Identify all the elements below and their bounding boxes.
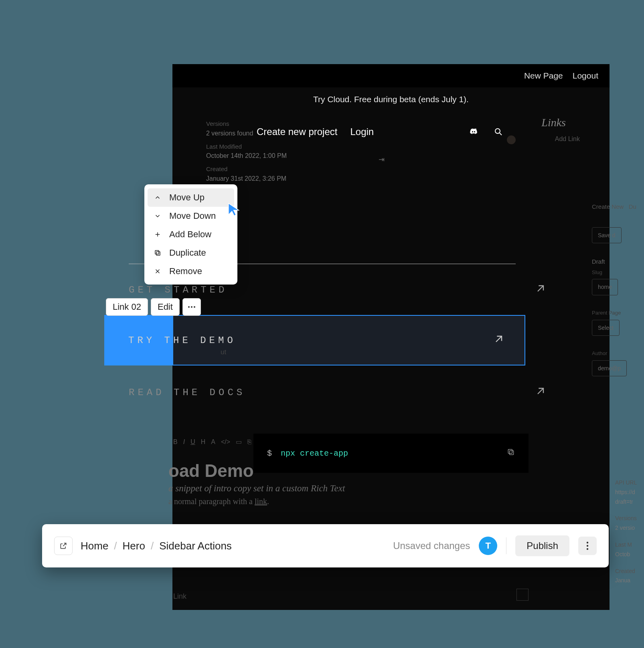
copy-icon (153, 249, 162, 256)
slug-label: Slug (592, 268, 641, 278)
author-value[interactable]: demo@p (592, 360, 627, 377)
more-menu-button[interactable] (578, 537, 597, 555)
terminal-prompt: $ (267, 449, 272, 458)
svg-line-2 (538, 286, 543, 291)
svg-rect-15 (508, 449, 512, 453)
breadcrumb-item[interactable]: Home (81, 540, 108, 552)
menu-label: Remove (169, 266, 202, 277)
menu-label: Move Up (169, 192, 205, 203)
svg-point-19 (587, 548, 588, 550)
bold-icon[interactable]: B (173, 438, 178, 446)
heading-icon[interactable]: H (201, 438, 206, 446)
arrow-icon (535, 386, 546, 400)
breadcrumb: Home / Hero / Sidebar Actions (81, 540, 232, 552)
exit-icon[interactable]: ⇥ (379, 155, 385, 164)
rich-text-toolbar: B I U H A </> ▭ ⎘ (173, 438, 251, 446)
code-icon[interactable]: </> (221, 438, 230, 446)
created-label: Created (206, 165, 601, 174)
right-sidebar: Create New Du Save d Draft Slug home Par… (592, 201, 644, 389)
link-label: READ THE DOCS (129, 387, 245, 398)
svg-point-17 (587, 542, 588, 543)
links-heading: Links (541, 116, 566, 129)
save-status: Unsaved changes (393, 540, 470, 551)
new-page-link[interactable]: New Page (524, 71, 563, 81)
last-modified-value: October 14th 2022, 1:00 PM (206, 151, 601, 161)
element-name-chip[interactable]: Link 02 (106, 298, 148, 316)
element-chips: Link 02 Edit (106, 298, 201, 316)
link-row-read-docs[interactable]: READ THE DOCS (129, 367, 546, 419)
menu-duplicate[interactable]: Duplicate (148, 244, 234, 262)
menu-label: Add Below (169, 229, 211, 240)
menu-add-below[interactable]: Add Below (148, 225, 234, 244)
logout-link[interactable]: Logout (573, 71, 598, 81)
link-label: GET STARTED (129, 285, 227, 295)
mid-nav: Create new project Login (257, 126, 504, 138)
menu-move-down[interactable]: Move Down (148, 207, 234, 225)
underline-icon[interactable]: U (190, 438, 195, 446)
discord-icon[interactable] (468, 126, 480, 138)
add-link-button[interactable]: Add Link (555, 135, 580, 143)
breadcrumb-item[interactable]: Hero (123, 540, 145, 552)
svg-line-16 (63, 543, 66, 546)
more-options-button[interactable] (182, 298, 201, 316)
create-project-link[interactable]: Create new project (257, 126, 337, 137)
svg-point-6 (191, 306, 192, 308)
svg-line-1 (500, 133, 502, 135)
last-modified-value: Octob (615, 550, 643, 559)
api-url-label: API URL (615, 478, 643, 488)
svg-line-3 (538, 388, 543, 394)
login-link[interactable]: Login (350, 126, 374, 137)
bottom-toolbar: Home / Hero / Sidebar Actions Unsaved ch… (42, 524, 609, 567)
menu-label: Duplicate (169, 248, 206, 258)
terminal-block: $ npx create-app (253, 434, 529, 473)
demo-intro: a snippet of intro copy set in a custom … (168, 483, 345, 494)
save-button[interactable]: Save d (592, 227, 622, 244)
promo-banner: Try Cloud. Free during beta (ends July 1… (172, 87, 610, 111)
publish-button[interactable]: Publish (515, 535, 569, 556)
italic-icon[interactable]: I (183, 438, 185, 446)
out-label-faint: ut (221, 348, 226, 356)
svg-point-0 (495, 129, 500, 133)
context-menu: Move Up Move Down Add Below Duplicate Re… (144, 184, 237, 285)
parent-page-label: Parent Page (592, 308, 641, 318)
last-modified-label: Last M (615, 540, 643, 550)
cursor-icon (227, 202, 241, 219)
created-label: Created (615, 567, 643, 576)
author-label: Author (592, 349, 641, 359)
last-modified-label: Last Modified (206, 142, 601, 151)
menu-move-up[interactable]: Move Up (148, 188, 234, 207)
divider (506, 537, 506, 554)
x-icon (153, 268, 162, 275)
font-icon[interactable]: A (211, 438, 215, 446)
arrow-icon (535, 283, 546, 297)
link-text-faint: Link (173, 592, 186, 601)
svg-point-5 (188, 306, 190, 308)
open-external-button[interactable] (54, 537, 73, 555)
svg-line-4 (496, 336, 502, 342)
user-avatar[interactable]: T (479, 537, 497, 555)
duplicate-button[interactable]: Du (629, 203, 636, 210)
box-outline-faint (516, 589, 529, 601)
slug-value[interactable]: home (592, 279, 618, 295)
breadcrumb-item[interactable]: Sidebar Actions (159, 540, 232, 552)
svg-rect-10 (156, 252, 160, 255)
copy-icon[interactable] (507, 448, 515, 458)
menu-remove[interactable]: Remove (148, 262, 234, 281)
edit-button[interactable]: Edit (151, 298, 180, 316)
parent-page-select[interactable]: Select (592, 320, 620, 336)
versions-value: 2 versio (615, 523, 643, 533)
breadcrumb-separator: / (151, 540, 154, 552)
search-icon[interactable] (492, 126, 504, 138)
link-icon[interactable]: ⎘ (247, 438, 251, 446)
terminal-command: npx create-app (281, 449, 348, 458)
create-new-button[interactable]: Create New (592, 203, 624, 210)
avatar-icon (507, 135, 516, 144)
chevron-up-icon (153, 194, 162, 201)
draft-status: Draft (592, 256, 641, 268)
image-icon[interactable]: ▭ (236, 438, 242, 446)
versions-label: Versions (615, 514, 643, 523)
arrow-icon (493, 333, 504, 347)
menu-label: Move Down (169, 211, 216, 221)
demo-paragraph: a normal paragraph with a link. (168, 497, 345, 506)
created-value: January 31st 2022, 3:26 PM (206, 174, 601, 184)
